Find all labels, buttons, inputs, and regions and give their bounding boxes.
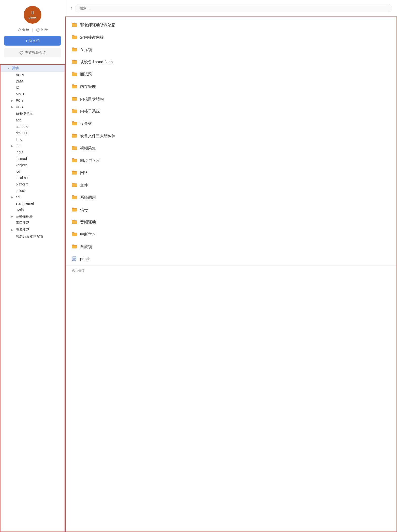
content-item-interrupt[interactable]: 中断学习	[66, 228, 397, 241]
tree-item-label: dm9000	[16, 131, 62, 135]
search-input[interactable]	[75, 4, 392, 12]
tree-item-label: 串口驱动	[16, 221, 62, 225]
new-doc-button[interactable]: + 新文档	[4, 36, 61, 46]
tree-item-attribute[interactable]: attribute	[0, 123, 65, 130]
tree-item-input[interactable]: input	[0, 149, 65, 155]
folder-yellow-icon	[72, 146, 77, 151]
content-item-label: 自旋锁	[80, 244, 391, 249]
content-item-device_tree[interactable]: 设备树	[66, 117, 397, 130]
content-item-interview[interactable]: 面试题	[66, 68, 397, 81]
content-item-macro_micro[interactable]: 宏内核微内核	[66, 31, 397, 44]
tree-item-label: 电源驱动	[16, 228, 62, 232]
content-item-network[interactable]: 网络	[66, 167, 397, 179]
chevron-right-icon: ▶	[11, 106, 15, 108]
svg-rect-15	[72, 184, 77, 187]
folder-yellow-icon	[72, 109, 77, 114]
tree-item-label: spi	[16, 195, 62, 199]
svg-rect-13	[72, 159, 77, 162]
tree-item-start_kernel[interactable]: start_kernel	[0, 200, 65, 207]
tree-item-label: PCIe	[16, 99, 62, 102]
tree-item-lcd[interactable]: lcd	[0, 168, 65, 175]
content-item-syscall[interactable]: 系统调用	[66, 191, 397, 204]
content-item-sync_mutex[interactable]: 同步与互斥	[66, 154, 397, 167]
tree-item-root[interactable]: ▼ 驱动	[0, 65, 65, 72]
sidebar-tree: ▼ 驱动 ACPIDMAIOMMU▶PCIe▶USBa9备课笔记adcattri…	[0, 64, 65, 532]
content-item-printk[interactable]: printk	[66, 253, 397, 265]
tree-item-select[interactable]: select	[0, 187, 65, 194]
chevron-right-icon: ▶	[11, 215, 15, 218]
svg-rect-11	[72, 135, 77, 137]
tree-item-a9[interactable]: a9备课笔记	[0, 110, 65, 117]
folder-yellow-icon	[72, 72, 77, 77]
folder-yellow-icon	[72, 47, 77, 52]
tree-item-label: USB	[16, 105, 62, 109]
tree-item-label: DMA	[16, 79, 62, 83]
tree-item-label: kobject	[16, 163, 62, 167]
content-item-guo_notes[interactable]: 郭老师驱动听课笔记	[66, 19, 397, 31]
folder-yellow-icon	[72, 207, 77, 213]
tree-item-usb[interactable]: ▶USB	[0, 104, 65, 110]
folder-yellow-icon	[72, 219, 77, 225]
tree-item-io[interactable]: IO	[0, 84, 65, 91]
content-item-label: 块设备&nand flash	[80, 60, 391, 65]
back-icon[interactable]: ↑	[70, 6, 72, 11]
tree-item-label: 郭老师反驱动配置	[16, 234, 62, 239]
tree-item-fimd[interactable]: fimd	[0, 136, 65, 143]
svg-rect-12	[72, 147, 77, 150]
content-item-mutex[interactable]: 互斥锁	[66, 44, 397, 56]
tree-item-mmu[interactable]: MMU	[0, 91, 65, 97]
tree-item-guo[interactable]: 郭老师反驱动配置	[0, 233, 65, 240]
tree-item-insmod[interactable]: insmod	[0, 155, 65, 162]
tree-item-label: fimd	[16, 137, 62, 141]
content-item-label: 内核子系统	[80, 109, 391, 114]
avatar: II Linux	[24, 6, 41, 24]
content-item-audio[interactable]: 音频驱动	[66, 216, 397, 228]
svg-rect-4	[72, 49, 77, 51]
svg-rect-10	[72, 122, 77, 125]
tree-item-power[interactable]: ▶电源驱动	[0, 226, 65, 233]
content-item-memory[interactable]: 内存管理	[66, 81, 397, 93]
tree-item-label: wait-queue	[16, 214, 62, 218]
sidebar: II Linux 会员 | 同步 + 新文档	[0, 0, 65, 532]
folder-yellow-icon	[72, 96, 77, 102]
folder-yellow-icon	[72, 183, 77, 188]
tree-item-acpi[interactable]: ACPI	[0, 72, 65, 78]
content-item-kernel_subsys[interactable]: 内核子系统	[66, 105, 397, 117]
tree-item-label: start_kernel	[16, 201, 62, 205]
meeting-button[interactable]: 有道视频会议	[4, 48, 61, 57]
meeting-icon	[19, 50, 24, 55]
tree-item-local_bus[interactable]: local bus	[0, 175, 65, 181]
sync-link[interactable]: 同步	[36, 28, 48, 32]
content-item-signal[interactable]: 信号	[66, 204, 397, 216]
tree-item-adc[interactable]: adc	[0, 117, 65, 123]
content-item-block_nand[interactable]: 块设备&nand flash	[66, 56, 397, 68]
svg-rect-7	[72, 85, 77, 88]
tree-item-dma[interactable]: DMA	[0, 78, 65, 84]
tree-item-label: ACPI	[16, 73, 62, 77]
tree-item-dm9000[interactable]: dm9000	[0, 130, 65, 136]
folder-yellow-icon	[72, 195, 77, 200]
content-item-device_file[interactable]: 设备文件三大结构体	[66, 130, 397, 142]
svg-rect-16	[72, 196, 77, 199]
tree-item-spi[interactable]: ▶spi	[0, 194, 65, 200]
tree-item-wait_queue[interactable]: ▶wait-queue	[0, 213, 65, 219]
tree-item-i2c[interactable]: ▶i2c	[0, 143, 65, 149]
member-link[interactable]: 会员	[17, 28, 29, 32]
content-list: 郭老师驱动听课笔记 宏内核微内核 互斥锁 块设备&nand flash 面试题 …	[65, 17, 397, 532]
tree-item-serial[interactable]: 串口驱动	[0, 219, 65, 226]
content-item-label: 互斥锁	[80, 47, 391, 52]
content-item-label: 面试题	[80, 72, 391, 77]
content-items-container: 郭老师驱动听课笔记 宏内核微内核 互斥锁 块设备&nand flash 面试题 …	[66, 19, 397, 265]
chevron-right-icon: ▶	[11, 99, 15, 102]
svg-rect-17	[72, 209, 77, 211]
content-item-spinlock[interactable]: 自旋锁	[66, 241, 397, 253]
content-item-video_capture[interactable]: 视频采集	[66, 142, 397, 154]
tree-item-kobject[interactable]: kobject	[0, 162, 65, 168]
content-item-label: 文件	[80, 183, 391, 188]
tree-item-platform[interactable]: platform	[0, 181, 65, 187]
tree-item-pcie[interactable]: ▶PCIe	[0, 97, 65, 104]
tree-item-sysfs[interactable]: sysfs	[0, 207, 65, 213]
content-item-file[interactable]: 文件	[66, 179, 397, 191]
content-item-kernel_dir[interactable]: 内核目录结构	[66, 93, 397, 105]
folder-yellow-icon	[72, 35, 77, 40]
